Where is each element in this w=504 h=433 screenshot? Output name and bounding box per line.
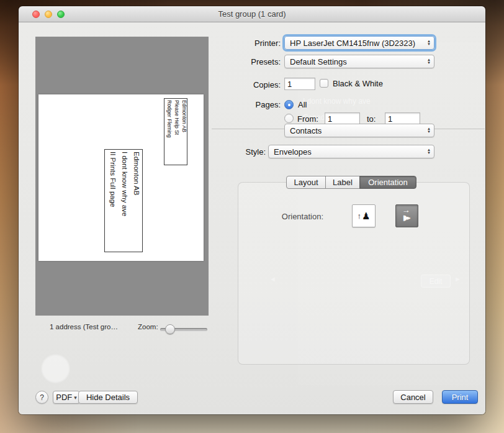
- printer-label: Printer:: [218, 39, 281, 48]
- desktop: Test group (1 card) I dont know why ave …: [0, 0, 504, 433]
- hide-details-button[interactable]: Hide Details: [78, 391, 138, 404]
- cancel-button[interactable]: Cancel: [393, 390, 433, 404]
- style-popup[interactable]: Envelopes ▲▼: [268, 145, 434, 158]
- address-line: I dont know why ave: [119, 152, 130, 250]
- pages-label: Pages:: [218, 100, 281, 109]
- preview-page: Rodger Fleming Please Help St Edmonton A…: [38, 94, 204, 261]
- copies-label: Copies:: [218, 80, 281, 89]
- pdf-button[interactable]: PDF ▾: [53, 391, 80, 404]
- orientation-portrait-button[interactable]: ↑♟: [352, 204, 376, 227]
- copies-input[interactable]: [284, 78, 315, 90]
- popup-arrows-icon: ▲▼: [427, 127, 431, 134]
- presets-popup-value: Default Settings: [290, 57, 347, 66]
- help-button[interactable]: ?: [35, 391, 48, 404]
- pages-from-input[interactable]: [325, 112, 360, 125]
- pages-all-radio[interactable]: [284, 100, 294, 109]
- zoom-slider-knob[interactable]: [165, 324, 175, 334]
- printer-popup-value: HP LaserJet CM1415fnw (3D2323): [290, 39, 415, 48]
- address-line: II Prints Full page: [107, 152, 119, 250]
- pages-to-label: to:: [367, 114, 376, 124]
- presets-label: Presets:: [218, 57, 281, 66]
- popup-arrows-icon: ▲▼: [427, 148, 431, 155]
- window-title: Test group (1 card): [19, 9, 485, 19]
- envelope-return-address: Rodger Fleming Please Help St Edmonton A…: [164, 98, 187, 165]
- black-white-label: Black & White: [333, 79, 383, 88]
- print-sheet: I dont know why ave Canada Edit ◄ ► Rodg…: [19, 22, 485, 414]
- orientation-portrait-icon: ↑♟: [358, 211, 371, 221]
- address-line: Edmonton AB: [130, 152, 142, 250]
- titlebar: Test group (1 card): [19, 6, 485, 22]
- orientation-landscape-button[interactable]: ↑♟: [395, 204, 418, 227]
- tab-layout[interactable]: Layout: [286, 176, 326, 189]
- pane-popup-value: Contacts: [290, 126, 322, 135]
- pane-popup[interactable]: Contacts ▲▼: [284, 124, 434, 137]
- tab-orientation[interactable]: Orientation: [359, 176, 416, 189]
- chevron-down-icon: ▾: [74, 394, 77, 401]
- address-line: Edmonton AB: [181, 100, 187, 163]
- envelope-recipient-address: II Prints Full page I dont know why ave …: [104, 149, 143, 252]
- pages-from-label: From:: [297, 114, 318, 124]
- help-icon: ?: [40, 393, 44, 402]
- pages-to-input[interactable]: [385, 112, 420, 125]
- pages-all-label: All: [298, 100, 307, 109]
- pdf-button-label: PDF: [56, 393, 72, 402]
- popup-arrows-icon: ▲▼: [427, 40, 431, 46]
- ghost-text: I dont know why ave: [303, 97, 371, 106]
- print-preview: Rodger Fleming Please Help St Edmonton A…: [35, 37, 209, 316]
- style-popup-value: Envelopes: [274, 147, 312, 157]
- popup-arrows-icon: ▲▼: [427, 58, 431, 65]
- print-button[interactable]: Print: [442, 390, 478, 404]
- tab-group: Layout Label Orientation: [286, 176, 416, 189]
- print-dialog-window: Test group (1 card) I dont know why ave …: [19, 6, 485, 414]
- address-line: Please Help St: [173, 100, 181, 163]
- address-count-label: 1 address (Test gro…: [50, 323, 118, 330]
- pages-from-radio[interactable]: [284, 114, 294, 123]
- orientation-landscape-icon: ↑♟: [402, 209, 412, 222]
- ghost-circle: [42, 355, 70, 383]
- zoom-label: Zoom:: [138, 323, 158, 330]
- printer-popup[interactable]: HP LaserJet CM1415fnw (3D2323) ▲▼: [284, 36, 434, 50]
- presets-popup[interactable]: Default Settings ▲▼: [284, 55, 434, 68]
- tab-label[interactable]: Label: [325, 176, 360, 189]
- black-white-checkbox[interactable]: [320, 79, 328, 88]
- address-line: Rodger Fleming: [166, 100, 173, 163]
- style-label: Style:: [204, 147, 266, 157]
